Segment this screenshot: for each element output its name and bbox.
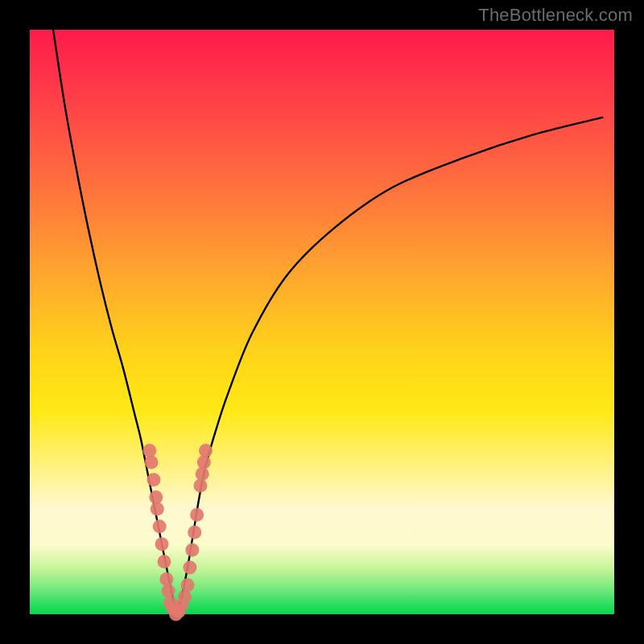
chart-svg	[30, 30, 614, 614]
marker-dot	[181, 578, 195, 592]
marker-dot	[190, 508, 204, 522]
marker-dot	[157, 555, 171, 568]
marker-dot	[185, 543, 199, 557]
marker-dot	[153, 520, 167, 534]
markers-group	[142, 444, 213, 621]
marker-dot	[155, 537, 169, 551]
marker-dot	[193, 479, 207, 493]
marker-dot	[197, 456, 211, 469]
marker-dot	[188, 526, 201, 539]
marker-dot	[196, 467, 209, 481]
curve-group	[53, 30, 602, 614]
marker-dot	[199, 444, 213, 457]
marker-dot	[183, 560, 196, 574]
plot-area	[30, 30, 614, 614]
marker-dot	[142, 444, 156, 457]
marker-dot	[147, 473, 160, 487]
outer-frame: TheBottleneck.com	[0, 0, 644, 644]
marker-dot	[149, 490, 163, 504]
right-branch-path	[176, 118, 603, 614]
marker-dot	[178, 590, 192, 604]
watermark-text: TheBottleneck.com	[478, 5, 633, 26]
marker-dot	[159, 572, 173, 586]
marker-dot	[162, 584, 175, 597]
marker-dot	[145, 456, 159, 469]
marker-dot	[151, 502, 164, 516]
